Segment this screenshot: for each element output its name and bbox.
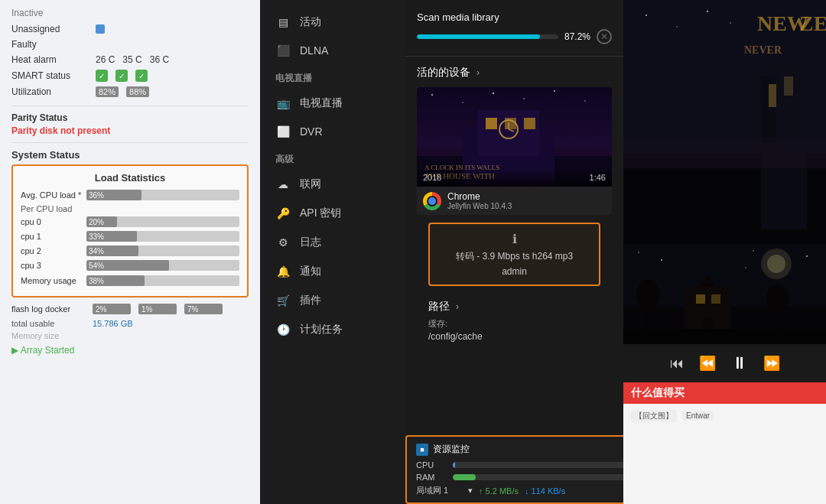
prev-button[interactable]: ⏮: [670, 356, 684, 372]
left-panel: Inactive Unassigned Faulty Heat alarm 26…: [0, 0, 260, 504]
memory-bar: 38%: [86, 275, 239, 286]
menu-label-logs: 日志: [300, 236, 321, 249]
rm-upload: ↑ 5.2 MB/s: [479, 486, 519, 496]
heat-val-3: 36 C: [150, 54, 169, 65]
avg-cpu-fill: 36%: [86, 190, 141, 200]
menu-item-logs[interactable]: ⚙ 日志: [260, 228, 405, 257]
paths-section: 路径 › 缓存: /config/cache: [417, 294, 612, 348]
transcode-box: ℹ 转码 - 3.9 Mbps ts h264 mp3 admin: [428, 223, 600, 286]
svg-rect-47: [623, 329, 826, 344]
dvr-icon: ⬜: [275, 125, 291, 138]
notifications-icon: 🔔: [275, 265, 291, 278]
unassigned-label: Unassigned: [11, 24, 88, 34]
menu-item-activity[interactable]: ▤ 活动: [260, 8, 405, 37]
cache-label: 缓存:: [428, 318, 600, 330]
svg-rect-11: [486, 118, 497, 129]
cpu1-fill: 33%: [86, 231, 137, 242]
paths-arrow: ›: [456, 301, 459, 312]
faulty-row: Faulty: [11, 37, 249, 52]
menu-label-dvr: DVR: [300, 125, 323, 138]
menu-item-api[interactable]: 🔑 API 密钥: [260, 199, 405, 228]
play-pause-button[interactable]: ⏸: [731, 353, 748, 373]
cpu3-bar: 54%: [86, 260, 239, 271]
transcode-user: admin: [437, 266, 591, 277]
flash-bar-1: 2%: [93, 304, 131, 314]
inactive-label: Inactive: [11, 8, 249, 18]
cpu0-label: cpu 0: [21, 217, 82, 226]
total-usable-label: total usable: [11, 319, 88, 328]
flash-bar-2: 1%: [138, 304, 177, 314]
smart-status-row: SMART status ✓ ✓ ✓: [11, 67, 249, 84]
parity-section: Parity Status Parity disk not present: [11, 112, 249, 136]
svg-point-50: [753, 250, 754, 252]
menu-item-network[interactable]: ☁ 联网: [260, 170, 405, 199]
rewind-button[interactable]: ⏪: [699, 355, 716, 372]
jellyfin-panel: Scan media library 87.2% ✕ 活的的设备 ›: [405, 0, 623, 504]
svg-rect-25: [784, 76, 793, 96]
haunted-house-svg: [623, 245, 826, 344]
tv-section-label: 电视直播: [260, 64, 405, 89]
flash-log-row: flash log docker 2% 1% 7%: [11, 304, 249, 314]
forward-button[interactable]: ⏩: [763, 355, 780, 372]
menu-item-tv-live[interactable]: 📺 电视直播: [260, 89, 405, 118]
cpu3-label: cpu 3: [21, 261, 82, 270]
smzdm-logo: 什么值得买: [631, 386, 685, 400]
svg-point-46: [766, 285, 789, 312]
api-icon: 🔑: [275, 207, 291, 219]
parity-error: Parity disk not present: [11, 125, 249, 136]
system-status-title: System Status: [11, 149, 249, 161]
rm-dropdown-indicator[interactable]: ▾: [468, 486, 473, 496]
total-usable-val: 15.786 GB: [93, 319, 133, 328]
menu-item-dlna[interactable]: ⬛ DLNA: [260, 37, 405, 64]
device-details: Chrome Jellyfin Web 10.4.3: [447, 191, 512, 210]
device-name: Chrome: [447, 191, 512, 202]
scan-pct: 87.2%: [564, 31, 590, 42]
transcode-text: 转码 - 3.9 Mbps ts h264 mp3: [437, 250, 591, 263]
paths-title[interactable]: 路径 ›: [428, 300, 600, 314]
menu-item-notifications[interactable]: 🔔 通知: [260, 257, 405, 286]
scan-close-button[interactable]: ✕: [597, 29, 612, 44]
dlna-icon: ⬛: [275, 44, 291, 57]
scheduler-icon: 🕐: [275, 324, 291, 336]
utilization-row: Utilization 82% 88%: [11, 84, 249, 99]
menu-item-dvr[interactable]: ⬜ DVR: [260, 118, 405, 145]
total-usable-row: total usable 15.786 GB: [11, 319, 249, 328]
util-val-1: 82%: [96, 86, 119, 97]
transcode-info-icon: ℹ: [437, 232, 591, 246]
smart-icon-3: ✓: [135, 70, 148, 82]
svg-point-2: [431, 94, 433, 96]
smzdm-tag-2: Entwar: [682, 411, 714, 421]
svg-rect-24: [769, 84, 776, 107]
menu-item-plugins[interactable]: 🛒 插件: [260, 286, 405, 315]
avg-cpu-bar: 36%: [86, 190, 239, 200]
svg-point-37: [767, 255, 785, 273]
cpu0-row: cpu 0 20%: [21, 216, 239, 227]
cpu1-row: cpu 1 33%: [21, 231, 239, 242]
menu-label-tv-live: 电视直播: [300, 96, 343, 110]
cpu3-row: cpu 3 54%: [21, 260, 239, 271]
scan-bar-fill: [417, 34, 540, 39]
utilization-label: Utilization: [11, 86, 88, 97]
device-card[interactable]: THE HOUSE WITH A CLOCK IN ITS WALLS 2018…: [417, 87, 612, 215]
flash-log-label: flash log docker: [11, 304, 88, 314]
svg-point-32: [707, 11, 708, 12]
array-started: ▶ Array Started: [11, 345, 249, 356]
rm-ram-fill: [453, 474, 476, 480]
faulty-label: Faulty: [11, 39, 88, 50]
svg-point-52: [745, 267, 746, 268]
device-card-image: THE HOUSE WITH A CLOCK IN ITS WALLS 2018…: [417, 87, 612, 187]
smart-icon-2: ✓: [115, 70, 128, 82]
memory-size-row: Memory size: [11, 331, 249, 340]
util-val-2: 88%: [126, 86, 149, 97]
device-sub: Jellyfin Web 10.4.3: [447, 202, 512, 210]
avg-cpu-label: Avg. CPU load *: [21, 190, 82, 200]
plugins-icon: 🛒: [275, 294, 291, 307]
unassigned-indicator: [96, 24, 105, 34]
active-devices-section: 活的的设备 ›: [405, 57, 623, 357]
menu-item-scheduler[interactable]: 🕐 计划任务: [260, 315, 405, 344]
active-devices-title[interactable]: 活的的设备 ›: [417, 66, 612, 80]
rm-ram-label: RAM: [416, 473, 447, 482]
svg-rect-41: [711, 294, 720, 304]
playback-area: ⏮ ⏪ ⏸ ⏩: [623, 245, 826, 382]
menu-label-network: 联网: [300, 177, 321, 191]
